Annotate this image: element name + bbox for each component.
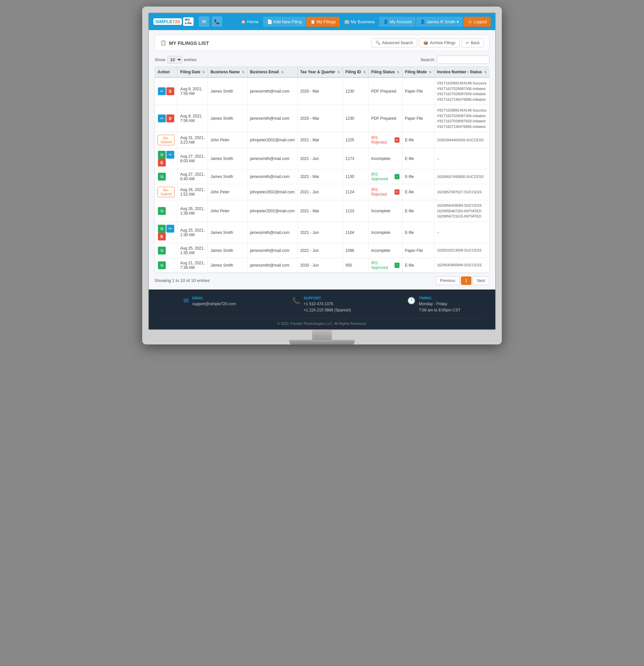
archive-filings-button[interactable]: 📦 Archive Filings — [419, 38, 460, 48]
monitor-stand — [148, 330, 496, 345]
copy-button[interactable]: ⧉ — [158, 261, 166, 269]
email-icon-btn[interactable]: ✉ — [199, 16, 209, 27]
status-badge: IRS Approved ✓ — [371, 261, 399, 270]
business-email-cell: jamessmith@mail.com — [247, 77, 298, 105]
search-input[interactable] — [437, 56, 489, 64]
nav-user-dropdown[interactable]: 👤 James R Smith ▾ — [416, 17, 463, 27]
page-header-buttons: 🔍 Advanced Search 📦 Archive Filings ↩ Ba… — [371, 38, 484, 48]
invoice-cell: V91T1626881454148-SuccessV91T16270280873… — [434, 77, 489, 105]
table-row: ⧉✏🗑 Aug 25, 2021, 1:30 AM James Smith ja… — [155, 222, 489, 243]
prev-button[interactable]: Previous — [436, 276, 460, 285]
edit-button[interactable]: ✏ — [158, 115, 166, 122]
business-email-cell: johnpeter2002@mail.com — [247, 132, 298, 148]
copy-button[interactable]: ⧉ — [158, 207, 166, 215]
delete-button[interactable]: 🗑 — [166, 87, 174, 95]
status-badge: Incomplete — [371, 248, 391, 253]
nav-my-filings[interactable]: 📋 My Filings — [306, 17, 340, 27]
business-email-cell: johnpeter2002@mail.com — [247, 200, 298, 222]
invoice-cell: -- — [434, 222, 489, 243]
invoice-cell: 16303944493028-SUCCESS — [434, 132, 489, 148]
delete-button[interactable]: 🗑 — [166, 115, 174, 122]
filing-status-cell: Incomplete — [369, 243, 402, 258]
delete-button[interactable]: 🗑 — [158, 232, 166, 241]
nav-my-business[interactable]: 🏢 My Business — [340, 17, 379, 27]
nav-logout[interactable]: 🔓 Logout — [464, 17, 491, 27]
table-controls: Show 10 25 50 entries Search: — [155, 56, 489, 64]
pagination-buttons: Previous 1 Next — [436, 276, 489, 285]
edit-button[interactable]: ✏ — [158, 87, 166, 95]
nav-add-new-filing[interactable]: 📄 Add New Filing — [263, 17, 306, 27]
copy-button[interactable]: ⧉ — [158, 173, 166, 180]
pagination-info: Showing 1 to 10 of 10 entries — [155, 278, 210, 283]
nav-my-account[interactable]: 👤 My Account — [379, 17, 415, 27]
nav-home[interactable]: 🏠 Home — [237, 17, 262, 27]
action-cell: ⧉✏🗑 — [155, 148, 178, 170]
invoice-cell: 1630315513008-SUCCESS — [434, 243, 489, 258]
resubmit-button[interactable]: Re-Submit — [158, 135, 175, 145]
edit-button[interactable]: ✏ — [166, 151, 174, 159]
edit-button[interactable]: ✏ — [166, 225, 174, 232]
table-row: ⧉ Aug 27, 2021, 6:40 AM James Smith jame… — [155, 170, 489, 184]
table-row: ⧉✏🗑 Aug 27, 2021, 8:03 AM James Smith ja… — [155, 148, 489, 170]
table-row: Re-Submit Aug 26, 2021, 1:52 AM John Pet… — [155, 184, 489, 200]
nav-links: 🏠 Home 📄 Add New Filing 📋 My Filings 🏢 M… — [237, 17, 491, 27]
filing-id-cell: 1173 — [343, 148, 369, 170]
business-email-cell: jamessmith@mail.com — [247, 170, 298, 184]
logo-text: SIMPLE720 — [153, 18, 182, 25]
advanced-search-button[interactable]: 🔍 Advanced Search — [371, 38, 417, 48]
col-business-email: Business Email ⇅ — [247, 67, 298, 77]
col-business-name: Business Name ⇅ — [208, 67, 247, 77]
status-badge: Incomplete — [371, 156, 391, 161]
business-name-cell: James Smith — [208, 258, 247, 273]
filing-mode-cell: E-file — [402, 258, 434, 273]
delete-button[interactable]: 🗑 — [158, 159, 166, 166]
business-email-cell: jamessmith@mail.com — [247, 258, 298, 273]
irs-badge: IRSe-file — [183, 17, 193, 26]
tax-year-cell: 2021 - Mar — [298, 132, 343, 148]
navbar: SIMPLE720 IRSe-file ✉ 📞 🏠 Home 📄 Add New… — [149, 13, 495, 30]
copy-button[interactable]: ⧉ — [158, 247, 166, 255]
filing-mode-cell: E-file — [402, 222, 434, 243]
entries-label: entries — [184, 57, 197, 62]
status-badge: Incomplete — [371, 209, 391, 213]
page-1-button[interactable]: 1 — [461, 276, 472, 285]
table-row: ⧉ Aug 25, 2021, 1:30 AM James Smith jame… — [155, 243, 489, 258]
phone-icon-btn[interactable]: 📞 — [212, 16, 222, 27]
footer-phone2: +1 224 215 5888 (Spanish) — [304, 307, 351, 313]
business-email-cell: johnpeter2002@mail.com — [247, 184, 298, 200]
rejected-icon: ✕ — [395, 189, 399, 195]
action-cell: ✏🗑 — [155, 105, 178, 132]
business-name-cell: James Smith — [208, 222, 247, 243]
email-icon: ✉ — [183, 297, 189, 304]
business-name-cell: James Smith — [208, 105, 247, 132]
tax-year-cell: 2021 - Mar — [298, 170, 343, 184]
resubmit-button[interactable]: Re-Submit — [158, 187, 175, 197]
filings-table: Action Filing Date ⇅ Business Name ⇅ Bus… — [155, 67, 489, 273]
col-action: Action — [155, 67, 178, 77]
copy-button[interactable]: ⧉ — [158, 225, 166, 232]
footer-timing-label: TIMING — [419, 296, 460, 300]
action-cell: Re-Submit — [155, 184, 178, 200]
filing-mode-cell: E-file — [402, 184, 434, 200]
search-label: Search: — [421, 57, 435, 62]
next-button[interactable]: Next — [473, 276, 489, 285]
entries-select[interactable]: 10 25 50 — [167, 56, 182, 64]
filing-mode-cell: Paper File — [402, 243, 434, 258]
copy-button[interactable]: ⧉ — [158, 151, 166, 159]
col-filing-mode: Filing Mode ⇅ — [402, 67, 434, 77]
back-button[interactable]: ↩ Back — [462, 38, 484, 48]
filing-status-cell: IRS Approved ✓ — [369, 258, 402, 273]
page-content: 📋 MY FILINGS LIST 🔍 Advanced Search 📦 Ar… — [149, 30, 495, 290]
filing-date-cell: Aug 21, 2021, 7:38 AM — [178, 258, 208, 273]
invoice-cell: -- — [434, 148, 489, 170]
business-email-cell: jamessmith@mail.com — [247, 148, 298, 170]
status-badge: PDF Prepared — [371, 116, 396, 121]
filing-mode-cell: Paper File — [402, 77, 434, 105]
filing-id-cell: 1225 — [343, 132, 369, 148]
footer-copyright: © 2021 Triesten Technologies LLC. All Ri… — [159, 318, 485, 326]
page-title-text: MY FILINGS LIST — [169, 40, 209, 46]
stand-neck — [312, 330, 332, 340]
table-row: Re-Submit Aug 31, 2021, 3:23 AM John Pet… — [155, 132, 489, 148]
tax-year-cell: 2021 - Mar — [298, 200, 343, 222]
invoice-cell: V91T1626881454148-SuccessV91T16270280873… — [434, 105, 489, 132]
